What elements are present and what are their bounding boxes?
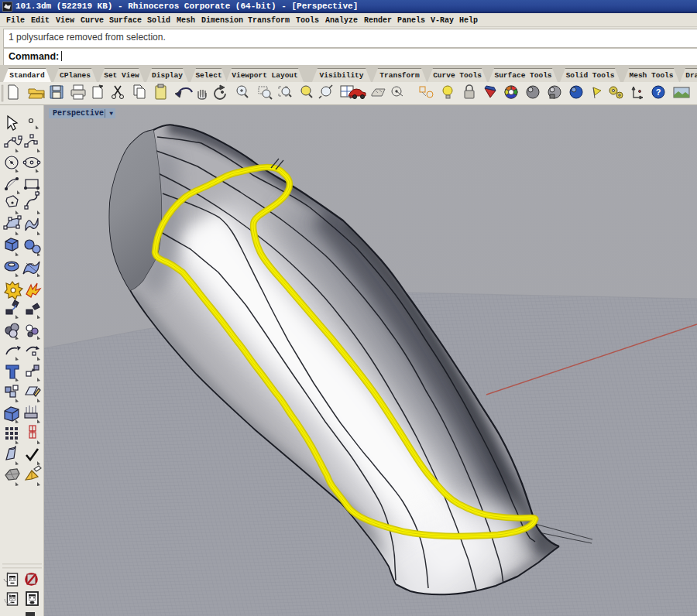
svg-text:?: ? bbox=[656, 87, 661, 97]
